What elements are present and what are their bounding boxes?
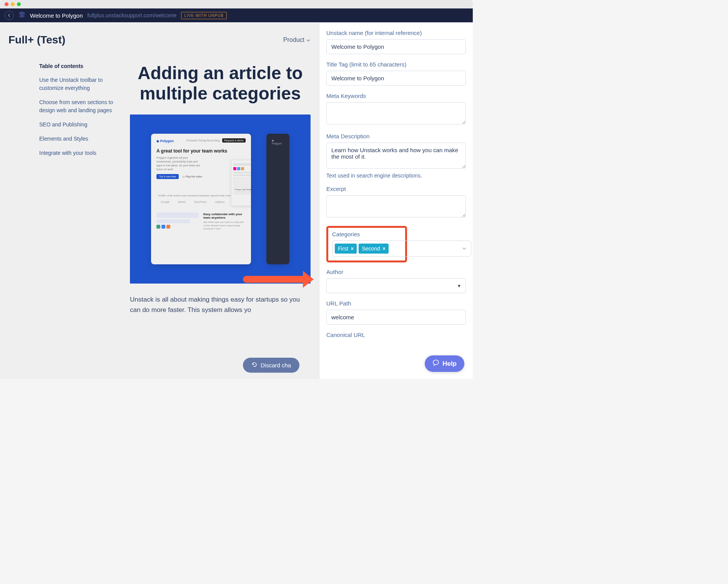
window-titlebar	[0, 0, 473, 8]
excerpt-label: Excerpt	[326, 186, 466, 192]
mockup-card-light: ◆ Polygon Products Pricing About Blog Re…	[151, 134, 251, 264]
undo-icon	[251, 362, 258, 369]
article-body-text[interactable]: Unstack is all about making things easy …	[130, 294, 311, 315]
toc-item[interactable]: Use the Unstack toolbar to customize eve…	[39, 76, 116, 92]
categories-input[interactable]: First × Second ×	[332, 241, 471, 257]
url-path-input[interactable]	[326, 310, 466, 325]
unstack-name-label: Unstack name (for internal reference)	[326, 30, 466, 36]
help-label: Help	[442, 360, 457, 368]
product-dropdown-label: Product	[283, 36, 304, 43]
toc-heading: Table of contents	[39, 63, 116, 69]
publish-status-badge: LIVE WITH UNPUB	[181, 12, 227, 19]
categories-label: Categories	[332, 231, 401, 237]
table-of-contents: Table of contents Use the Unstack toolba…	[39, 63, 116, 315]
close-window-button[interactable]	[5, 2, 8, 6]
site-brand-title: Full+ (Test)	[8, 34, 65, 46]
article-heading[interactable]: Adding an article to multiple categories	[130, 63, 311, 104]
topbar-page-url: fullplus.unstacksupport.com/welcome	[87, 12, 176, 18]
chevron-down-icon	[462, 245, 467, 252]
categories-field-highlighted: Categories First × Second ×	[326, 226, 407, 262]
toc-item[interactable]: SEO and Publishing	[39, 121, 116, 129]
tag-label: First	[338, 246, 348, 252]
chevron-down-icon	[306, 36, 311, 43]
discard-label: Discard cha	[261, 362, 291, 368]
editor-topbar: Welcome to Polygon fullplus.unstacksuppo…	[0, 8, 473, 22]
topbar-page-title: Welcome to Polygon	[30, 12, 83, 19]
excerpt-input[interactable]	[326, 195, 466, 217]
toc-item[interactable]: Choose from seven sections to design web…	[39, 98, 116, 114]
back-button[interactable]	[5, 11, 14, 20]
title-tag-label: Title Tag (limit to 65 characters)	[326, 61, 466, 68]
meta-description-hint: Text used in search engine descriptions.	[326, 173, 466, 179]
remove-tag-icon[interactable]: ×	[382, 246, 386, 252]
toc-item[interactable]: Elements and Styles	[39, 135, 116, 143]
product-dropdown[interactable]: Product	[283, 36, 311, 43]
chat-icon	[432, 359, 439, 368]
toc-item[interactable]: Integrate with your tools	[39, 149, 116, 157]
meta-description-input[interactable]: Learn how Unstack works and how you can …	[326, 143, 466, 169]
meta-keywords-label: Meta Keywords	[326, 93, 466, 99]
remove-tag-icon[interactable]: ×	[351, 246, 354, 252]
mockup-card-dark: ◆ Polygon	[266, 134, 289, 264]
url-path-label: URL Path	[326, 300, 466, 307]
category-tag: Second ×	[359, 244, 389, 254]
author-select[interactable]	[326, 278, 466, 293]
meta-description-label: Meta Description	[326, 133, 466, 139]
unstack-name-input[interactable]	[326, 39, 466, 54]
canonical-url-label: Canonical URL	[326, 332, 466, 338]
hero-section[interactable]: ◆ Polygon Products Pricing About Blog Re…	[130, 114, 311, 284]
minimize-window-button[interactable]	[11, 2, 15, 6]
page-settings-panel: Unstack name (for internal reference) Ti…	[319, 22, 473, 379]
stack-icon	[18, 12, 25, 19]
meta-keywords-input[interactable]	[326, 102, 466, 124]
annotation-arrow	[243, 276, 304, 283]
title-tag-input[interactable]	[326, 71, 466, 86]
page-editor-canvas: Full+ (Test) Product Table of contents U…	[0, 22, 319, 379]
discard-changes-button[interactable]: Discard cha	[243, 358, 299, 373]
help-button[interactable]: Help	[425, 355, 464, 372]
category-tag: First ×	[335, 244, 357, 254]
maximize-window-button[interactable]	[17, 2, 21, 6]
tag-label: Second	[362, 246, 380, 252]
author-label: Author	[326, 269, 466, 275]
